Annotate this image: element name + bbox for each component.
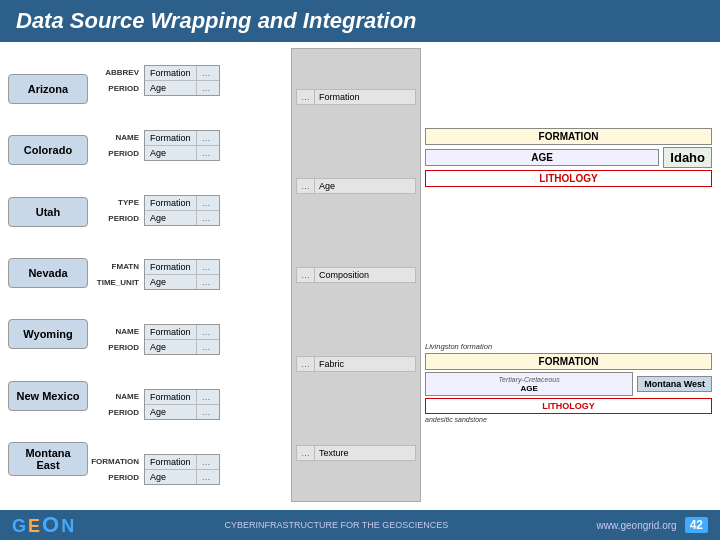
cell-nv-formation: Formation <box>145 260 197 274</box>
footer-website: www.geongrid.org <box>597 520 677 531</box>
state-utah: Utah <box>8 197 88 227</box>
table-group-new-mexico: NAME PERIOD Formation… Age… <box>92 389 287 421</box>
cell-az-formation: Formation <box>145 66 197 80</box>
table-montana: Formation… Age… <box>144 454 220 485</box>
cell-mt-formation: Formation <box>145 455 197 469</box>
cell-ut-dots1: … <box>197 196 219 210</box>
map-texture: Texture <box>315 446 415 460</box>
labels-montana: FORMATION PERIOD <box>92 453 142 485</box>
map-fabric: Fabric <box>315 357 415 371</box>
table-group-wyoming: NAME PERIOD Formation… Age… <box>92 324 287 356</box>
footer-right: www.geongrid.org 42 <box>597 517 708 533</box>
footer: GEON CYBERINFRASTRUCTURE FOR THE GEOSCIE… <box>0 510 720 540</box>
cell-nv-dots1: … <box>197 260 219 274</box>
label-timeunit-nv: TIME_UNIT <box>92 275 142 291</box>
results-group-wyoming: Livingston formation FORMATION Tertiary-… <box>425 342 712 423</box>
cell-nv-dots2: … <box>197 275 219 289</box>
label-name-wy: NAME <box>92 324 142 340</box>
table-group-utah: TYPE PERIOD Formation… Age… <box>92 194 287 226</box>
cell-az-dots1: … <box>197 66 219 80</box>
label-name-nm: NAME <box>92 389 142 405</box>
map-row-texture: … Texture <box>296 445 416 461</box>
table-group-nevada: FMATN TIME_UNIT Formation… Age… <box>92 259 287 291</box>
cell-nm-age: Age <box>145 405 197 419</box>
map-dot-texture: … <box>297 446 315 460</box>
map-dot-age1: … <box>297 179 315 193</box>
label-period-wy: PERIOD <box>92 340 142 356</box>
map-row-age1: … Age <box>296 178 416 194</box>
age-idaho-row: AGE Idaho <box>425 147 712 168</box>
cell-wy-age: Age <box>145 340 197 354</box>
cell-co-age: Age <box>145 146 197 160</box>
result-wy-montana-box: Montana West <box>637 376 712 392</box>
label-abbrev: ABBREV <box>92 64 142 80</box>
labels-colorado: NAME PERIOD <box>92 129 142 161</box>
result-wy-age-box: Tertiary-Cretaceous AGE <box>425 372 633 396</box>
table-colorado: Formation… Age… <box>144 130 220 161</box>
table-group-colorado: NAME PERIOD Formation… Age… <box>92 129 287 161</box>
label-period-ut: PERIOD <box>92 210 142 226</box>
cell-wy-formation: Formation <box>145 325 197 339</box>
map-age1: Age <box>315 179 415 193</box>
cell-nm-dots1: … <box>197 390 219 404</box>
page-title: Data Source Wrapping and Integration <box>16 8 417 33</box>
table-new-mexico: Formation… Age… <box>144 389 220 420</box>
map-row-1: … Formation <box>296 89 416 105</box>
table-group-arizona: ABBREV PERIOD Formation… Age… <box>92 64 287 96</box>
field-tables-column: ABBREV PERIOD Formation… Age… NAME PERIO… <box>92 48 287 502</box>
map-row-comp: … Composition <box>296 267 416 283</box>
cell-nv-age: Age <box>145 275 197 289</box>
map-dot1: … <box>297 90 315 104</box>
state-nevada: Nevada <box>8 258 88 288</box>
label-period-az: PERIOD <box>92 80 142 96</box>
wyoming-small-label: Livingston formation <box>425 342 712 351</box>
page-number: 42 <box>685 517 708 533</box>
table-utah: Formation… Age… <box>144 195 220 226</box>
result-wy-lithology-box: LITHOLOGY <box>425 398 712 414</box>
cell-mt-age: Age <box>145 470 197 484</box>
cell-ut-age: Age <box>145 211 197 225</box>
state-arizona: Arizona <box>8 74 88 104</box>
map-formation1: Formation <box>315 90 415 104</box>
cell-mt-dots1: … <box>197 455 219 469</box>
cell-nm-dots2: … <box>197 405 219 419</box>
label-period-mt: PERIOD <box>92 469 142 485</box>
labels-utah: TYPE PERIOD <box>92 194 142 226</box>
states-column: Arizona Colorado Utah Nevada Wyoming New… <box>8 48 88 502</box>
labels-arizona: ABBREV PERIOD <box>92 64 142 96</box>
mapping-table: … Formation … Age … Composition … Fabric… <box>291 48 421 502</box>
results-group-top: FORMATION AGE Idaho LITHOLOGY <box>425 128 712 187</box>
map-dot-fabric: … <box>297 357 315 371</box>
cell-co-dots1: … <box>197 131 219 145</box>
cell-az-dots2: … <box>197 81 219 95</box>
cell-co-dots2: … <box>197 146 219 160</box>
results-column: FORMATION AGE Idaho LITHOLOGY Livingston… <box>425 48 712 502</box>
state-colorado: Colorado <box>8 135 88 165</box>
table-wyoming: Formation… Age… <box>144 324 220 355</box>
label-period-nm: PERIOD <box>92 405 142 421</box>
cell-mt-dots2: … <box>197 470 219 484</box>
cell-ut-formation: Formation <box>145 196 197 210</box>
labels-nevada: FMATN TIME_UNIT <box>92 259 142 291</box>
labels-wyoming: NAME PERIOD <box>92 324 142 356</box>
label-name-co: NAME <box>92 129 142 145</box>
label-formation-mt: FORMATION <box>92 453 142 469</box>
main-content: Arizona Colorado Utah Nevada Wyoming New… <box>0 42 720 508</box>
geon-logo: GEON <box>12 512 76 538</box>
state-montana-east: Montana East <box>8 442 88 476</box>
app-container: Data Source Wrapping and Integration Ari… <box>0 0 720 508</box>
result-wy-formation-box: FORMATION <box>425 353 712 370</box>
cell-nm-formation: Formation <box>145 390 197 404</box>
page-header: Data Source Wrapping and Integration <box>0 0 720 42</box>
label-type-ut: TYPE <box>92 194 142 210</box>
labels-new-mexico: NAME PERIOD <box>92 389 142 421</box>
map-row-fabric: … Fabric <box>296 356 416 372</box>
map-dot-comp: … <box>297 268 315 282</box>
cell-co-formation: Formation <box>145 131 197 145</box>
result-idaho-box: Idaho <box>663 147 712 168</box>
result-formation-box: FORMATION <box>425 128 712 145</box>
right-section: … Formation … Age … Composition … Fabric… <box>291 48 712 502</box>
geon-e: E <box>28 516 42 536</box>
table-arizona: Formation… Age… <box>144 65 220 96</box>
state-new-mexico: New Mexico <box>8 381 88 411</box>
